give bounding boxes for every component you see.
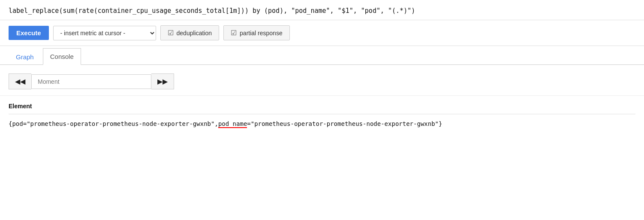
element-value-after: ="prometheus-operator-prometheus-node-ex… (247, 120, 442, 127)
deduplication-button[interactable]: ☑ deduplication (160, 25, 220, 40)
element-value-before: {pod="prometheus-operator-prometheus-nod… (9, 120, 218, 127)
insert-metric-select[interactable]: - insert metric at cursor - (53, 26, 156, 40)
moment-prev-button[interactable]: ◀◀ (9, 73, 31, 89)
execute-button[interactable]: Execute (9, 26, 49, 40)
element-value: {pod="prometheus-operator-prometheus-nod… (9, 116, 442, 129)
partial-response-button[interactable]: ☑ partial response (223, 25, 290, 40)
moment-row: ◀◀ ▶▶ (0, 65, 644, 95)
moment-input[interactable] (31, 74, 151, 89)
next-icon: ▶▶ (157, 78, 168, 85)
tabs-row: Graph Console (0, 48, 644, 65)
element-header: Element (9, 103, 635, 110)
partial-response-label: partial response (240, 30, 283, 37)
query-text: label_replace(sum(rate(container_cpu_usa… (9, 7, 415, 15)
deduplication-checkbox-icon: ☑ (168, 29, 174, 37)
controls-row: Execute - insert metric at cursor - ☑ de… (0, 20, 644, 46)
element-section: Element {pod="prometheus-operator-promet… (0, 95, 644, 132)
tab-graph[interactable]: Graph (9, 49, 41, 65)
element-row: {pod="prometheus-operator-prometheus-nod… (9, 114, 635, 129)
query-expression: label_replace(sum(rate(container_cpu_usa… (0, 0, 644, 20)
element-value-underlined: pod_name (218, 120, 247, 127)
moment-next-button[interactable]: ▶▶ (151, 73, 174, 89)
tab-console[interactable]: Console (43, 48, 81, 65)
prev-icon: ◀◀ (15, 78, 25, 85)
deduplication-label: deduplication (177, 30, 212, 37)
partial-response-checkbox-icon: ☑ (231, 29, 237, 37)
